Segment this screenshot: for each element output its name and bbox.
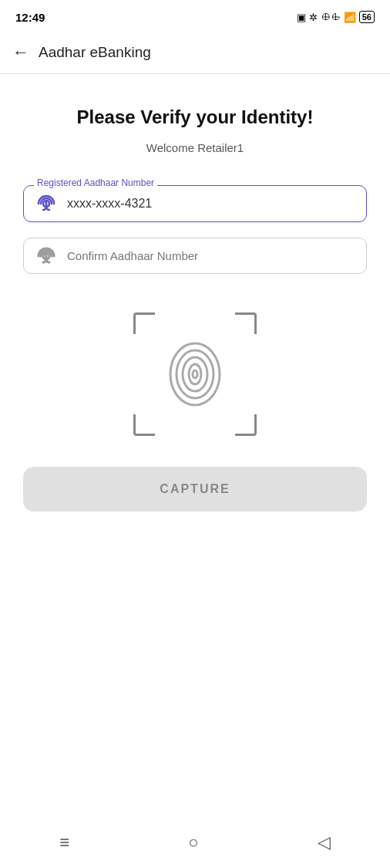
header: ← Aadhar eBanking	[0, 31, 390, 74]
corner-tl	[133, 312, 155, 334]
welcome-text: Welcome Retailer1	[146, 141, 244, 154]
corner-br	[235, 414, 257, 436]
main-content: Please Verify your Identity! Welcome Ret…	[0, 74, 390, 868]
page-title: Please Verify your Identity!	[77, 105, 314, 129]
scanner-corners	[133, 312, 257, 436]
menu-nav-icon[interactable]: ≡	[59, 833, 69, 853]
capture-button[interactable]: CAPTURE	[23, 467, 367, 512]
fingerprint-active-icon	[35, 193, 57, 214]
registered-aadhaar-group: Registered Aadhaar Number	[23, 185, 367, 222]
corner-tr	[235, 312, 257, 334]
status-icons: ▣ ✲ ᪠᪡ 📶 56	[297, 11, 375, 23]
battery-indicator: 56	[359, 11, 375, 23]
status-time: 12:49	[15, 11, 45, 24]
confirm-aadhaar-group	[23, 238, 367, 274]
back-nav-icon[interactable]: ◁	[318, 833, 331, 853]
fingerprint-inactive-icon	[35, 245, 57, 267]
confirm-aadhaar-input[interactable]	[23, 238, 367, 274]
bottom-nav: ≡ ○ ◁	[0, 822, 390, 868]
signal-icon: ᪠᪡	[321, 12, 341, 23]
status-bar: 12:49 ▣ ✲ ᪠᪡ 📶 56	[0, 0, 390, 31]
registered-aadhaar-input[interactable]	[23, 185, 367, 222]
corner-bl	[133, 414, 155, 436]
wifi-icon: 📶	[344, 12, 356, 23]
back-button[interactable]: ←	[12, 42, 29, 62]
scanner-area	[133, 312, 257, 436]
header-title: Aadhar eBanking	[39, 44, 151, 61]
vibrate-icon: ▣	[297, 12, 306, 23]
home-nav-icon[interactable]: ○	[188, 833, 198, 853]
registered-aadhaar-label: Registered Aadhaar Number	[34, 177, 157, 188]
bluetooth-icon: ✲	[309, 12, 318, 23]
